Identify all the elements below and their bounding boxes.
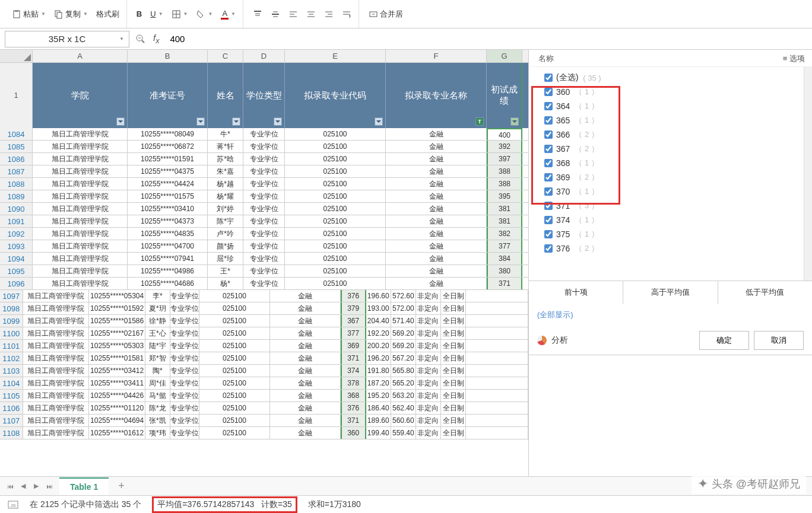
row-header[interactable]: 1107 [0, 415, 23, 426]
select-all-corner[interactable] [0, 50, 33, 62]
cell[interactable]: 10255*****01586 [89, 315, 145, 327]
cell[interactable]: 陈*龙 [145, 402, 170, 414]
cell[interactable]: 旭日工商管理学院 [23, 302, 90, 314]
cell[interactable]: 屈*珍 [208, 253, 243, 265]
cell[interactable]: 金融 [386, 278, 487, 289]
cell[interactable]: 杨* [208, 278, 243, 289]
cell[interactable]: 非定向 [416, 327, 441, 339]
paste-button[interactable]: 粘贴▼ [8, 7, 49, 22]
cell[interactable]: 专业学位 [243, 228, 285, 240]
filter-checkbox[interactable] [544, 244, 553, 253]
cell[interactable]: 10255*****04986 [128, 265, 208, 277]
cell[interactable]: 025100 [285, 178, 386, 190]
cell[interactable] [466, 327, 528, 339]
cell[interactable]: 10255*****07941 [128, 253, 208, 265]
cell[interactable]: 金融 [270, 402, 341, 414]
filter-item[interactable]: 367 （ 2 ） [544, 142, 812, 156]
cell-score[interactable]: 392 [487, 141, 522, 152]
table-row[interactable]: 1102 旭日工商管理学院 10255*****01581 郑*智 专业学位 0… [0, 352, 528, 365]
cell[interactable]: 非定向 [416, 365, 441, 377]
cell[interactable]: 189.60 [366, 415, 391, 426]
cell[interactable]: 金融 [386, 128, 487, 140]
wrap-text-button[interactable] [338, 7, 355, 21]
border-button[interactable]: ▼ [168, 7, 192, 21]
filter-options-button[interactable]: ≡ 选项 [783, 53, 805, 64]
cell[interactable]: 旭日工商管理学院 [23, 402, 90, 414]
cell[interactable]: 旭日工商管理学院 [33, 203, 128, 215]
cell[interactable]: 旭日工商管理学院 [23, 377, 90, 389]
cell[interactable]: 专业学位 [243, 165, 285, 177]
align-center-button[interactable] [303, 7, 319, 21]
row-header[interactable]: 1104 [0, 377, 23, 389]
cell[interactable]: 025100 [285, 215, 386, 227]
row-header[interactable]: 1102 [0, 352, 23, 364]
cell[interactable]: 10255*****03410 [128, 203, 208, 215]
cell[interactable]: 项*玮 [145, 427, 170, 439]
table-row[interactable]: 1089 旭日工商管理学院 10255*****01575 杨*耀 专业学位 0… [0, 190, 528, 203]
table-row[interactable]: 1091 旭日工商管理学院 10255*****04373 陈*宇 专业学位 0… [0, 215, 528, 228]
cell[interactable]: 金融 [270, 377, 341, 389]
show-all-link[interactable]: (全部显示) [529, 304, 812, 326]
cell[interactable]: 蒋*轩 [208, 141, 243, 152]
cell[interactable]: 非定向 [416, 402, 441, 414]
cell[interactable]: 李* [145, 290, 170, 302]
cell[interactable]: 全日制 [441, 352, 466, 364]
cell[interactable]: 025100 [199, 327, 270, 339]
filter-scrollbar[interactable] [804, 67, 812, 281]
align-right-button[interactable] [321, 7, 337, 21]
table-row[interactable]: 1097 旭日工商管理学院 10255*****05304 李* 专业学位 02… [0, 290, 528, 302]
cell[interactable]: 专业学位 [243, 190, 285, 202]
cell[interactable]: 非定向 [416, 377, 441, 389]
cancel-button[interactable]: 取消 [754, 331, 804, 350]
below-avg-button[interactable]: 低于平均值 [718, 281, 812, 304]
cell[interactable]: 567.20 [391, 352, 416, 364]
cell-score[interactable]: 374 [341, 365, 366, 377]
cell[interactable] [466, 415, 528, 426]
filter-item[interactable]: 375 （ 1 ） [544, 227, 812, 241]
cell-score[interactable]: 371 [341, 352, 366, 364]
cell[interactable]: 旭日工商管理学院 [33, 240, 128, 252]
cell[interactable]: 金融 [386, 153, 487, 165]
cell[interactable]: 10255*****04426 [89, 390, 145, 402]
cell[interactable]: 金融 [386, 240, 487, 252]
cell-score[interactable]: 368 [341, 390, 366, 402]
cell[interactable]: 非定向 [416, 390, 441, 402]
cell[interactable]: 10255*****04424 [128, 178, 208, 190]
cell[interactable]: 专业学位 [243, 215, 285, 227]
cell[interactable]: 金融 [270, 290, 341, 302]
cell[interactable]: 025100 [199, 290, 270, 302]
row-header[interactable]: 1092 [0, 228, 33, 240]
cell[interactable]: 专业学位 [170, 415, 199, 426]
cell[interactable]: 金融 [270, 415, 341, 426]
cell-score[interactable]: 381 [487, 203, 522, 215]
cell[interactable]: 10255*****01591 [128, 153, 208, 165]
cell[interactable]: 10255*****05303 [89, 340, 145, 352]
cell-score[interactable]: 397 [487, 153, 522, 165]
row-header[interactable]: 1093 [0, 240, 33, 252]
cell-score[interactable]: 371 [341, 415, 366, 426]
filter-checkbox[interactable] [544, 173, 553, 181]
table-row[interactable]: 1084 旭日工商管理学院 10255*****08049 牛* 专业学位 02… [0, 128, 528, 141]
cell[interactable]: 马*懿 [145, 390, 170, 402]
cell[interactable]: 专业学位 [170, 290, 199, 302]
cell[interactable]: 王* [208, 265, 243, 277]
filter-item[interactable]: 371 （ 3 ） [544, 199, 812, 213]
cell[interactable]: 565.80 [391, 365, 416, 377]
cell[interactable]: 旭日工商管理学院 [23, 427, 90, 439]
table-row[interactable]: 1090 旭日工商管理学院 10255*****03410 刘*婷 专业学位 0… [0, 203, 528, 215]
cell[interactable]: 10255*****04835 [128, 228, 208, 240]
cell[interactable]: 563.20 [391, 390, 416, 402]
filter-checkbox-all[interactable] [544, 74, 553, 82]
cell[interactable]: 金融 [386, 215, 487, 227]
cell[interactable]: 025100 [199, 340, 270, 352]
cell[interactable]: 王*心 [145, 327, 170, 339]
cell[interactable]: 专业学位 [243, 203, 285, 215]
cell[interactable] [466, 365, 528, 377]
table-row[interactable]: 1092 旭日工商管理学院 10255*****04835 卢*吟 专业学位 0… [0, 228, 528, 240]
cell[interactable]: 旭日工商管理学院 [23, 415, 90, 426]
cell[interactable]: 金融 [386, 178, 487, 190]
cell[interactable]: 025100 [199, 390, 270, 402]
filter-item[interactable]: 360 （ 1 ） [544, 85, 812, 99]
cell[interactable]: 192.20 [366, 327, 391, 339]
cell[interactable]: 郑*智 [145, 352, 170, 364]
